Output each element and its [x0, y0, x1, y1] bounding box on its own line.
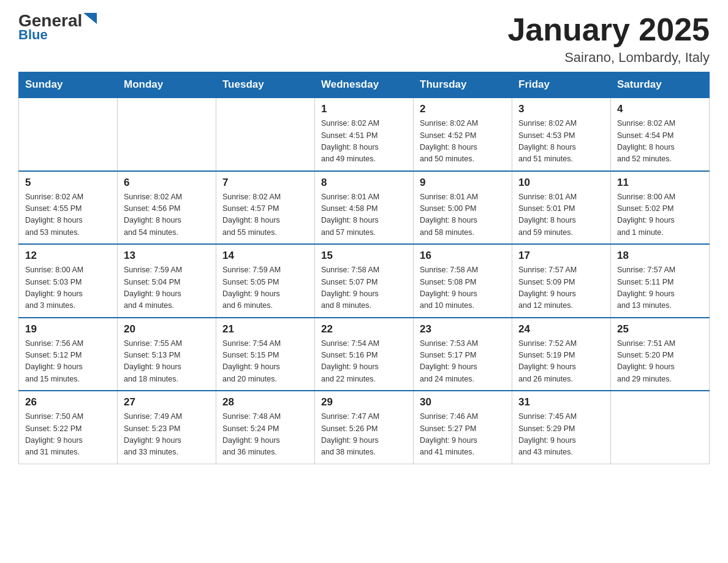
day-number: 25 — [617, 323, 703, 335]
day-number: 2 — [420, 103, 506, 115]
day-number: 9 — [420, 177, 506, 189]
day-number: 22 — [321, 323, 407, 335]
day-info: Sunrise: 7:47 AMSunset: 5:26 PMDaylight:… — [321, 411, 407, 459]
day-number: 30 — [420, 396, 506, 408]
calendar-cell: 22Sunrise: 7:54 AMSunset: 5:16 PMDayligh… — [315, 318, 414, 391]
day-info: Sunrise: 7:58 AMSunset: 5:08 PMDaylight:… — [420, 264, 506, 312]
day-info: Sunrise: 7:49 AMSunset: 5:23 PMDaylight:… — [124, 411, 210, 459]
day-info: Sunrise: 7:53 AMSunset: 5:17 PMDaylight:… — [420, 338, 506, 386]
header-sunday: Sunday — [19, 72, 118, 98]
day-info: Sunrise: 7:58 AMSunset: 5:07 PMDaylight:… — [321, 264, 407, 312]
day-info: Sunrise: 7:52 AMSunset: 5:19 PMDaylight:… — [518, 338, 604, 386]
day-number: 4 — [617, 103, 703, 115]
day-number: 8 — [321, 177, 407, 189]
calendar-cell: 18Sunrise: 7:57 AMSunset: 5:11 PMDayligh… — [611, 244, 710, 318]
day-number: 11 — [617, 177, 703, 189]
day-info: Sunrise: 7:56 AMSunset: 5:12 PMDaylight:… — [25, 338, 111, 386]
day-number: 14 — [222, 250, 308, 262]
week-row-1: 1Sunrise: 8:02 AMSunset: 4:51 PMDaylight… — [19, 98, 710, 171]
calendar-cell: 12Sunrise: 8:00 AMSunset: 5:03 PMDayligh… — [19, 244, 118, 318]
calendar-title: January 2025 — [507, 12, 710, 47]
day-number: 16 — [420, 250, 506, 262]
day-number: 19 — [25, 323, 111, 335]
logo-arrow-icon — [83, 13, 97, 24]
header-thursday: Thursday — [414, 72, 512, 98]
day-info: Sunrise: 7:46 AMSunset: 5:27 PMDaylight:… — [420, 411, 506, 459]
header-row: Sunday Monday Tuesday Wednesday Thursday… — [19, 72, 710, 98]
day-number: 24 — [518, 323, 604, 335]
calendar-cell: 4Sunrise: 8:02 AMSunset: 4:54 PMDaylight… — [611, 98, 710, 171]
logo: General Blue — [18, 12, 97, 43]
day-number: 17 — [518, 250, 604, 262]
day-info: Sunrise: 8:02 AMSunset: 4:53 PMDaylight:… — [518, 118, 604, 166]
calendar-cell: 31Sunrise: 7:45 AMSunset: 5:29 PMDayligh… — [512, 391, 611, 464]
header-wednesday: Wednesday — [315, 72, 414, 98]
title-block: January 2025 Sairano, Lombardy, Italy — [507, 12, 710, 66]
day-number: 21 — [222, 323, 308, 335]
day-number: 18 — [617, 250, 703, 262]
day-number: 29 — [321, 396, 407, 408]
calendar-cell: 24Sunrise: 7:52 AMSunset: 5:19 PMDayligh… — [512, 318, 611, 391]
day-info: Sunrise: 7:55 AMSunset: 5:13 PMDaylight:… — [124, 338, 210, 386]
calendar-cell: 14Sunrise: 7:59 AMSunset: 5:05 PMDayligh… — [216, 244, 315, 318]
day-number: 15 — [321, 250, 407, 262]
day-info: Sunrise: 8:02 AMSunset: 4:56 PMDaylight:… — [124, 191, 210, 239]
calendar-cell: 19Sunrise: 7:56 AMSunset: 5:12 PMDayligh… — [19, 318, 118, 391]
calendar-cell: 5Sunrise: 8:02 AMSunset: 4:55 PMDaylight… — [19, 171, 118, 245]
calendar-cell: 30Sunrise: 7:46 AMSunset: 5:27 PMDayligh… — [414, 391, 512, 464]
day-info: Sunrise: 7:57 AMSunset: 5:09 PMDaylight:… — [518, 264, 604, 312]
day-number: 7 — [222, 177, 308, 189]
day-info: Sunrise: 8:02 AMSunset: 4:54 PMDaylight:… — [617, 118, 703, 166]
calendar-cell: 7Sunrise: 8:02 AMSunset: 4:57 PMDaylight… — [216, 171, 315, 245]
week-row-3: 12Sunrise: 8:00 AMSunset: 5:03 PMDayligh… — [19, 244, 710, 318]
logo-blue-text: Blue — [18, 27, 48, 43]
calendar-cell: 11Sunrise: 8:00 AMSunset: 5:02 PMDayligh… — [611, 171, 710, 245]
week-row-2: 5Sunrise: 8:02 AMSunset: 4:55 PMDaylight… — [19, 171, 710, 245]
calendar-cell — [216, 98, 315, 171]
calendar-cell: 20Sunrise: 7:55 AMSunset: 5:13 PMDayligh… — [118, 318, 216, 391]
header-saturday: Saturday — [611, 72, 710, 98]
day-number: 31 — [518, 396, 604, 408]
calendar-cell: 21Sunrise: 7:54 AMSunset: 5:15 PMDayligh… — [216, 318, 315, 391]
day-info: Sunrise: 7:54 AMSunset: 5:15 PMDaylight:… — [222, 338, 308, 386]
day-number: 12 — [25, 250, 111, 262]
calendar-cell: 3Sunrise: 8:02 AMSunset: 4:53 PMDaylight… — [512, 98, 611, 171]
header-monday: Monday — [118, 72, 216, 98]
day-info: Sunrise: 7:59 AMSunset: 5:04 PMDaylight:… — [124, 264, 210, 312]
day-info: Sunrise: 7:48 AMSunset: 5:24 PMDaylight:… — [222, 411, 308, 459]
calendar-subtitle: Sairano, Lombardy, Italy — [507, 50, 710, 66]
calendar-cell: 23Sunrise: 7:53 AMSunset: 5:17 PMDayligh… — [414, 318, 512, 391]
week-row-5: 26Sunrise: 7:50 AMSunset: 5:22 PMDayligh… — [19, 391, 710, 464]
calendar-cell: 13Sunrise: 7:59 AMSunset: 5:04 PMDayligh… — [118, 244, 216, 318]
calendar-cell — [19, 98, 118, 171]
header-friday: Friday — [512, 72, 611, 98]
day-info: Sunrise: 8:01 AMSunset: 4:58 PMDaylight:… — [321, 191, 407, 239]
day-number: 1 — [321, 103, 407, 115]
calendar-cell: 27Sunrise: 7:49 AMSunset: 5:23 PMDayligh… — [118, 391, 216, 464]
calendar-cell: 17Sunrise: 7:57 AMSunset: 5:09 PMDayligh… — [512, 244, 611, 318]
calendar-cell: 26Sunrise: 7:50 AMSunset: 5:22 PMDayligh… — [19, 391, 118, 464]
calendar-cell: 10Sunrise: 8:01 AMSunset: 5:01 PMDayligh… — [512, 171, 611, 245]
header-tuesday: Tuesday — [216, 72, 315, 98]
day-info: Sunrise: 7:51 AMSunset: 5:20 PMDaylight:… — [617, 338, 703, 386]
calendar-cell: 2Sunrise: 8:02 AMSunset: 4:52 PMDaylight… — [414, 98, 512, 171]
day-info: Sunrise: 8:02 AMSunset: 4:51 PMDaylight:… — [321, 118, 407, 166]
day-info: Sunrise: 7:54 AMSunset: 5:16 PMDaylight:… — [321, 338, 407, 386]
day-number: 5 — [25, 177, 111, 189]
day-number: 23 — [420, 323, 506, 335]
day-info: Sunrise: 8:01 AMSunset: 5:01 PMDaylight:… — [518, 191, 604, 239]
calendar-cell: 8Sunrise: 8:01 AMSunset: 4:58 PMDaylight… — [315, 171, 414, 245]
day-info: Sunrise: 8:02 AMSunset: 4:52 PMDaylight:… — [420, 118, 506, 166]
day-info: Sunrise: 8:00 AMSunset: 5:03 PMDaylight:… — [25, 264, 111, 312]
calendar-cell: 9Sunrise: 8:01 AMSunset: 5:00 PMDaylight… — [414, 171, 512, 245]
day-info: Sunrise: 8:02 AMSunset: 4:57 PMDaylight:… — [222, 191, 308, 239]
calendar-cell: 6Sunrise: 8:02 AMSunset: 4:56 PMDaylight… — [118, 171, 216, 245]
day-info: Sunrise: 7:50 AMSunset: 5:22 PMDaylight:… — [25, 411, 111, 459]
calendar-cell: 16Sunrise: 7:58 AMSunset: 5:08 PMDayligh… — [414, 244, 512, 318]
day-number: 20 — [124, 323, 210, 335]
calendar-table: Sunday Monday Tuesday Wednesday Thursday… — [18, 72, 710, 464]
calendar-cell — [611, 391, 710, 464]
day-number: 6 — [124, 177, 210, 189]
calendar-cell: 15Sunrise: 7:58 AMSunset: 5:07 PMDayligh… — [315, 244, 414, 318]
calendar-cell: 1Sunrise: 8:02 AMSunset: 4:51 PMDaylight… — [315, 98, 414, 171]
